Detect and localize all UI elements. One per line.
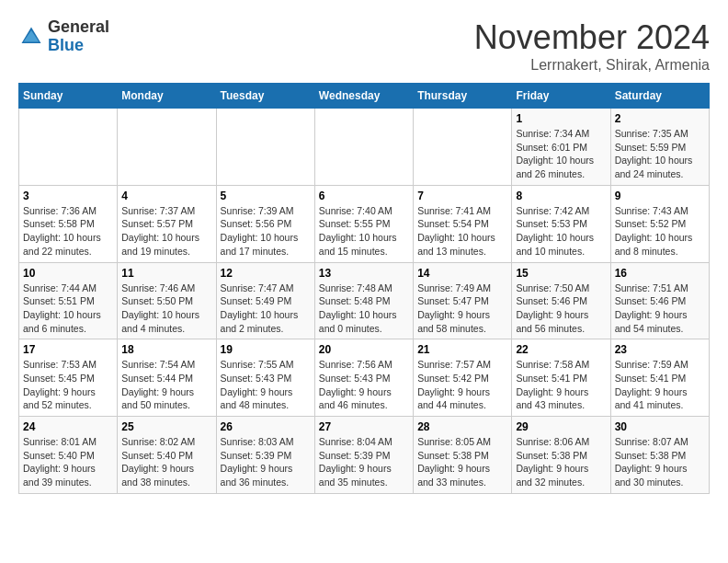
- week-row: 1Sunrise: 7:34 AM Sunset: 6:01 PM Daylig…: [19, 109, 710, 186]
- header-friday: Friday: [512, 84, 610, 109]
- calendar-cell: 22Sunrise: 7:58 AM Sunset: 5:41 PM Dayli…: [512, 339, 610, 417]
- day-info: Sunrise: 7:50 AM Sunset: 5:46 PM Dayligh…: [516, 282, 606, 336]
- day-number: 27: [319, 420, 409, 433]
- calendar-cell: 1Sunrise: 7:34 AM Sunset: 6:01 PM Daylig…: [512, 109, 610, 186]
- calendar-cell: 21Sunrise: 7:57 AM Sunset: 5:42 PM Dayli…: [414, 339, 512, 417]
- calendar-cell: 17Sunrise: 7:53 AM Sunset: 5:45 PM Dayli…: [19, 339, 118, 417]
- day-info: Sunrise: 7:53 AM Sunset: 5:45 PM Dayligh…: [23, 358, 113, 412]
- day-info: Sunrise: 7:51 AM Sunset: 5:46 PM Dayligh…: [615, 282, 705, 336]
- page-header: General Blue November 2024 Lerrnakert, S…: [18, 18, 710, 74]
- day-number: 28: [417, 420, 507, 433]
- header-saturday: Saturday: [610, 84, 709, 109]
- day-number: 26: [221, 420, 311, 433]
- day-info: Sunrise: 7:41 AM Sunset: 5:54 PM Dayligh…: [417, 204, 507, 259]
- day-info: Sunrise: 7:59 AM Sunset: 5:41 PM Dayligh…: [615, 358, 705, 412]
- week-row: 10Sunrise: 7:44 AM Sunset: 5:51 PM Dayli…: [19, 262, 710, 339]
- calendar-cell: 24Sunrise: 8:01 AM Sunset: 5:40 PM Dayli…: [19, 417, 118, 494]
- day-number: 17: [23, 343, 113, 356]
- week-row: 3Sunrise: 7:36 AM Sunset: 5:58 PM Daylig…: [19, 185, 710, 262]
- calendar-cell: 20Sunrise: 7:56 AM Sunset: 5:43 PM Dayli…: [314, 339, 413, 417]
- calendar-cell: 2Sunrise: 7:35 AM Sunset: 5:59 PM Daylig…: [610, 109, 709, 186]
- day-info: Sunrise: 7:47 AM Sunset: 5:49 PM Dayligh…: [221, 282, 311, 336]
- day-info: Sunrise: 7:35 AM Sunset: 5:59 PM Dayligh…: [615, 127, 705, 181]
- day-info: Sunrise: 7:46 AM Sunset: 5:50 PM Dayligh…: [121, 282, 211, 336]
- calendar-cell: 5Sunrise: 7:39 AM Sunset: 5:56 PM Daylig…: [216, 185, 314, 262]
- calendar-cell: [216, 109, 314, 186]
- calendar-header: SundayMondayTuesdayWednesdayThursdayFrid…: [19, 84, 710, 109]
- calendar-cell: 8Sunrise: 7:42 AM Sunset: 5:53 PM Daylig…: [512, 185, 610, 262]
- calendar-cell: 26Sunrise: 8:03 AM Sunset: 5:39 PM Dayli…: [216, 417, 314, 494]
- day-number: 20: [319, 343, 409, 356]
- day-info: Sunrise: 8:03 AM Sunset: 5:39 PM Dayligh…: [221, 435, 311, 489]
- day-info: Sunrise: 7:49 AM Sunset: 5:47 PM Dayligh…: [417, 282, 507, 336]
- calendar-cell: [118, 109, 216, 186]
- day-number: 23: [615, 343, 705, 356]
- location-title: Lerrnakert, Shirak, Armenia: [474, 57, 710, 74]
- calendar-cell: 18Sunrise: 7:54 AM Sunset: 5:44 PM Dayli…: [118, 339, 216, 417]
- day-info: Sunrise: 7:40 AM Sunset: 5:55 PM Dayligh…: [319, 204, 409, 259]
- day-number: 24: [23, 420, 113, 433]
- day-info: Sunrise: 8:02 AM Sunset: 5:40 PM Dayligh…: [121, 435, 211, 489]
- day-number: 21: [417, 343, 507, 356]
- day-info: Sunrise: 8:04 AM Sunset: 5:39 PM Dayligh…: [319, 435, 409, 489]
- day-info: Sunrise: 7:36 AM Sunset: 5:58 PM Dayligh…: [23, 204, 113, 259]
- day-info: Sunrise: 7:42 AM Sunset: 5:53 PM Dayligh…: [516, 204, 606, 259]
- calendar-body: 1Sunrise: 7:34 AM Sunset: 6:01 PM Daylig…: [19, 109, 710, 494]
- calendar-cell: 23Sunrise: 7:59 AM Sunset: 5:41 PM Dayli…: [610, 339, 709, 417]
- day-number: 10: [23, 267, 113, 280]
- day-number: 29: [516, 420, 606, 433]
- day-info: Sunrise: 7:55 AM Sunset: 5:43 PM Dayligh…: [221, 358, 311, 412]
- day-number: 3: [23, 190, 113, 202]
- day-number: 12: [221, 267, 311, 280]
- day-number: 19: [221, 343, 311, 356]
- day-number: 8: [516, 190, 606, 202]
- logo-icon: [18, 24, 44, 50]
- day-number: 14: [417, 267, 507, 280]
- calendar-cell: [19, 109, 118, 186]
- day-number: 25: [121, 420, 211, 433]
- logo-blue: Blue: [48, 37, 109, 55]
- day-number: 7: [417, 190, 507, 202]
- calendar-cell: 16Sunrise: 7:51 AM Sunset: 5:46 PM Dayli…: [610, 262, 709, 339]
- calendar-cell: 30Sunrise: 8:07 AM Sunset: 5:38 PM Dayli…: [610, 417, 709, 494]
- day-info: Sunrise: 7:58 AM Sunset: 5:41 PM Dayligh…: [516, 358, 606, 412]
- calendar-cell: 11Sunrise: 7:46 AM Sunset: 5:50 PM Dayli…: [118, 262, 216, 339]
- calendar-cell: 3Sunrise: 7:36 AM Sunset: 5:58 PM Daylig…: [19, 185, 118, 262]
- header-tuesday: Tuesday: [216, 84, 314, 109]
- logo: General Blue: [18, 18, 109, 55]
- day-number: 16: [615, 267, 705, 280]
- day-number: 6: [319, 190, 409, 202]
- calendar-cell: 29Sunrise: 8:06 AM Sunset: 5:38 PM Dayli…: [512, 417, 610, 494]
- calendar-cell: 27Sunrise: 8:04 AM Sunset: 5:39 PM Dayli…: [314, 417, 413, 494]
- calendar-cell: 25Sunrise: 8:02 AM Sunset: 5:40 PM Dayli…: [118, 417, 216, 494]
- calendar-cell: [414, 109, 512, 186]
- calendar-table: SundayMondayTuesdayWednesdayThursdayFrid…: [18, 83, 710, 494]
- day-number: 9: [615, 190, 705, 202]
- calendar-cell: 14Sunrise: 7:49 AM Sunset: 5:47 PM Dayli…: [414, 262, 512, 339]
- day-info: Sunrise: 7:39 AM Sunset: 5:56 PM Dayligh…: [221, 204, 311, 259]
- calendar-cell: 10Sunrise: 7:44 AM Sunset: 5:51 PM Dayli…: [19, 262, 118, 339]
- day-number: 13: [319, 267, 409, 280]
- calendar-cell: [314, 109, 413, 186]
- day-number: 11: [121, 267, 211, 280]
- calendar-cell: 4Sunrise: 7:37 AM Sunset: 5:57 PM Daylig…: [118, 185, 216, 262]
- day-info: Sunrise: 7:34 AM Sunset: 6:01 PM Dayligh…: [516, 127, 606, 181]
- day-info: Sunrise: 7:37 AM Sunset: 5:57 PM Dayligh…: [121, 204, 211, 259]
- header-sunday: Sunday: [19, 84, 118, 109]
- day-number: 1: [516, 112, 606, 125]
- day-info: Sunrise: 7:48 AM Sunset: 5:48 PM Dayligh…: [319, 282, 409, 336]
- header-monday: Monday: [118, 84, 216, 109]
- title-section: November 2024 Lerrnakert, Shirak, Armeni…: [474, 18, 710, 74]
- calendar-cell: 6Sunrise: 7:40 AM Sunset: 5:55 PM Daylig…: [314, 185, 413, 262]
- day-info: Sunrise: 7:44 AM Sunset: 5:51 PM Dayligh…: [23, 282, 113, 336]
- header-thursday: Thursday: [414, 84, 512, 109]
- day-number: 2: [615, 112, 705, 125]
- week-row: 17Sunrise: 7:53 AM Sunset: 5:45 PM Dayli…: [19, 339, 710, 417]
- day-number: 18: [121, 343, 211, 356]
- day-info: Sunrise: 8:01 AM Sunset: 5:40 PM Dayligh…: [23, 435, 113, 489]
- day-number: 5: [221, 190, 311, 202]
- calendar-cell: 13Sunrise: 7:48 AM Sunset: 5:48 PM Dayli…: [314, 262, 413, 339]
- calendar-cell: 15Sunrise: 7:50 AM Sunset: 5:46 PM Dayli…: [512, 262, 610, 339]
- day-info: Sunrise: 7:43 AM Sunset: 5:52 PM Dayligh…: [615, 204, 705, 259]
- day-info: Sunrise: 7:57 AM Sunset: 5:42 PM Dayligh…: [417, 358, 507, 412]
